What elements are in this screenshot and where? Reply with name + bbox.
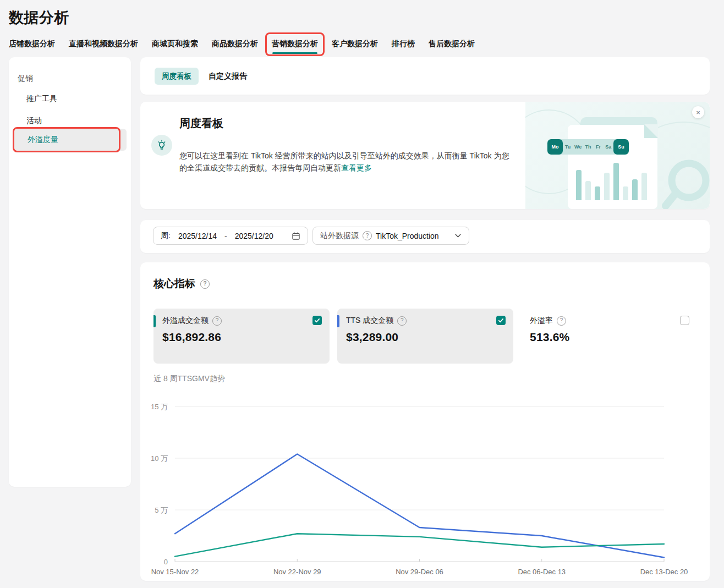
illustration-bar <box>641 173 647 200</box>
source-label: 站外数据源 <box>320 231 359 241</box>
svg-text:Dec 13-Dec 20: Dec 13-Dec 20 <box>640 568 688 576</box>
trend-line-TTS 成交金额 <box>175 454 664 558</box>
source-value: TikTok_Production <box>376 232 439 240</box>
svg-text:5 万: 5 万 <box>155 506 168 514</box>
nav-tab-6[interactable]: 客户数据分析 <box>332 36 378 54</box>
filters-panel: 周: 2025/12/14 - 2025/12/20 站外数据源 ? TikTo… <box>140 220 710 253</box>
illustration-bar-chart <box>576 163 647 200</box>
banner-title: 周度看板 <box>179 116 223 131</box>
see-more-link[interactable]: 查看更多 <box>341 163 372 172</box>
tab-custom-report[interactable]: 自定义报告 <box>209 68 247 85</box>
date-separator: - <box>224 232 227 240</box>
svg-text:Dec 06-Dec 13: Dec 06-Dec 13 <box>518 568 566 576</box>
calendar-icon <box>292 232 300 240</box>
nav-tab-3[interactable]: 商城页和搜索 <box>152 36 198 54</box>
view-tabs-panel: 周度看板 自定义报告 <box>140 57 710 95</box>
banner-illustration: MoTuWeThFrSaSu <box>525 102 710 209</box>
illustration-bar <box>604 173 610 200</box>
sidebar-group-promotion: 促销 <box>18 74 33 84</box>
weekday-tu: Tu <box>563 144 573 150</box>
lightbulb-icon <box>151 135 172 156</box>
nav-tab-5[interactable]: 营销数据分析 <box>272 36 318 54</box>
decor-document <box>568 125 657 209</box>
nav-tab-4[interactable]: 商品数据分析 <box>212 36 258 54</box>
banner-description: 您可以在这里看到在 TikTok 经营所带来的站内以及引导至站外的成交效果，从而… <box>179 150 513 174</box>
nav-tab-label: 店铺数据分析 <box>9 39 55 48</box>
illustration-bar <box>585 181 591 200</box>
sidebar-item-label: 活动 <box>26 116 42 126</box>
week-label: 周: <box>161 231 171 241</box>
nav-tab-label: 售后数据分析 <box>429 39 475 48</box>
nav-tab-label: 排行榜 <box>392 39 415 48</box>
weekly-dashboard-banner: 周度看板 您可以在这里看到在 TikTok 经营所带来的站内以及引导至站外的成交… <box>140 102 710 209</box>
svg-text:Nov 29-Dec 06: Nov 29-Dec 06 <box>396 568 443 576</box>
help-icon[interactable]: ? <box>363 231 372 240</box>
nav-tab-label: 营销数据分析 <box>272 39 318 48</box>
nav-tab-label: 客户数据分析 <box>332 39 378 48</box>
svg-text:10 万: 10 万 <box>151 454 168 463</box>
illustration-bar <box>595 186 600 200</box>
nav-tab-8[interactable]: 售后数据分析 <box>429 36 475 54</box>
sidebar-item-label: 外溢度量 <box>28 135 58 145</box>
illustration-bar <box>613 163 619 200</box>
nav-tab-7[interactable]: 排行榜 <box>392 36 415 54</box>
weekday-su: Su <box>613 139 629 155</box>
date-end-value: 2025/12/20 <box>235 232 273 240</box>
sidebar-item-label: 推广工具 <box>26 94 57 104</box>
nav-tab-label: 商城页和搜索 <box>152 39 198 48</box>
sidebar-item-活动[interactable]: 活动 <box>26 114 42 128</box>
illustration-bar <box>623 186 628 200</box>
decor-document-fold <box>644 124 658 138</box>
sidebar: 促销 推广工具活动外溢度量 <box>9 57 131 487</box>
week-date-range-picker[interactable]: 周: 2025/12/14 - 2025/12/20 <box>153 227 308 245</box>
svg-text:Nov 15-Nov 22: Nov 15-Nov 22 <box>151 568 199 576</box>
weekday-we: We <box>573 144 583 150</box>
weekday-fr: Fr <box>593 144 603 150</box>
magnifier-icon <box>657 155 710 209</box>
weekday-sa: Sa <box>604 144 613 150</box>
nav-tab-label: 直播和视频数据分析 <box>69 39 138 48</box>
sidebar-item-推广工具[interactable]: 推广工具 <box>26 92 57 106</box>
offsite-data-source-select[interactable]: 站外数据源 ? TikTok_Production <box>312 227 469 245</box>
svg-text:Nov 22-Nov 29: Nov 22-Nov 29 <box>273 568 321 576</box>
core-metrics-panel: 核心指标 ? 外溢成交金额?$16,892.86TTS 成交金额?$3,289.… <box>140 262 710 581</box>
nav-tab-2[interactable]: 直播和视频数据分析 <box>69 36 138 54</box>
date-start-value: 2025/12/14 <box>178 232 217 240</box>
weekday-mo: Mo <box>547 139 563 155</box>
illustration-bar <box>576 170 582 200</box>
page-title: 数据分析 <box>9 8 69 28</box>
sidebar-item-外溢度量[interactable]: 外溢度量 <box>14 129 127 151</box>
nav-tabs: 店铺数据分析直播和视频数据分析商城页和搜索商品数据分析营销数据分析客户数据分析排… <box>9 36 475 53</box>
illustration-bar <box>632 179 638 200</box>
tts-gmv-trend-chart: 05 万10 万15 万Nov 15-Nov 22Nov 22-Nov 29No… <box>140 262 710 581</box>
active-tab-underline <box>272 52 317 54</box>
close-icon[interactable]: × <box>692 106 704 118</box>
chevron-down-icon <box>454 232 462 239</box>
tab-weekly-dashboard[interactable]: 周度看板 <box>155 68 199 85</box>
nav-tab-label: 商品数据分析 <box>212 39 258 48</box>
svg-text:15 万: 15 万 <box>151 403 168 411</box>
illustration-week-strip: MoTuWeThFrSaSu <box>547 139 629 155</box>
svg-text:0: 0 <box>164 558 168 566</box>
weekday-th: Th <box>583 144 593 150</box>
nav-tab-1[interactable]: 店铺数据分析 <box>9 36 55 54</box>
